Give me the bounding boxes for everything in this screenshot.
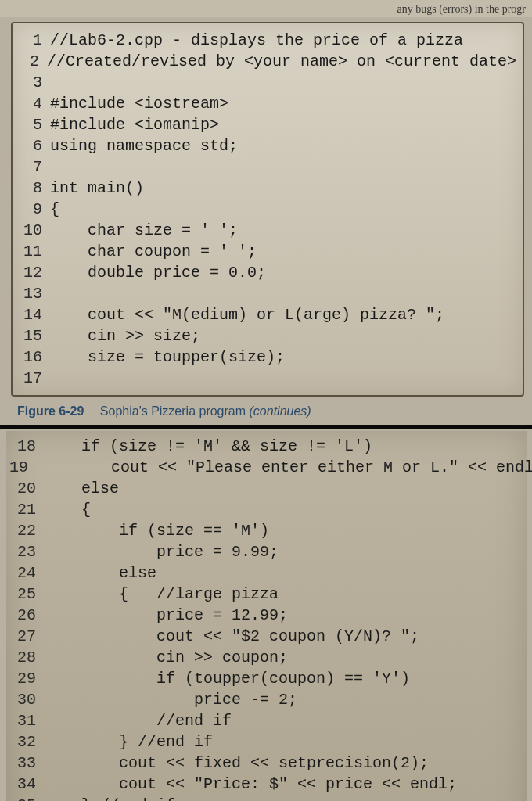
code-text: if (toupper(coupon) == 'Y') [44,668,410,689]
line-number: 15 [16,325,42,347]
line-number: 23 [9,541,36,562]
code-line: 28 cin >> coupon; [9,647,524,668]
line-number: 35 [9,795,36,801]
line-number: 33 [9,753,36,774]
code-line: 10 char size = ' '; [16,220,516,241]
code-line: 26 price = 12.99; [9,605,524,626]
code-text: char size = ' '; [50,220,238,241]
code-line: 3 [16,72,516,93]
line-number: 19 [9,457,28,478]
code-line: 27 cout << "$2 coupon (Y/N)? "; [9,626,524,647]
figure-title: Sophia's Pizzeria program [100,404,250,418]
line-number: 1 [16,30,42,51]
line-number: 18 [9,436,36,457]
code-text: cout << fixed << setprecision(2); [44,753,429,774]
code-line: 13 [16,283,516,304]
line-number: 10 [16,220,42,241]
line-number: 12 [16,262,42,283]
code-text: } //end if [44,795,175,801]
code-text: cin >> coupon; [44,647,288,668]
line-number: 28 [9,647,36,668]
code-line: 21 { [9,499,524,520]
code-line: 14 cout << "M(edium) or L(arge) pizza? "… [16,304,516,325]
code-line: 19 cout << "Please enter either M or L."… [9,457,524,478]
figure-continues: (continues) [250,404,311,418]
code-line: 25 { //large pizza [9,584,524,605]
code-line: 7 [16,156,516,178]
code-text: //Created/revised by <your name> on <cur… [47,51,516,72]
code-line: 29 if (toupper(coupon) == 'Y') [9,668,524,689]
code-line: 34 cout << "Price: $" << price << endl; [9,774,524,795]
code-line: 33 cout << fixed << setprecision(2); [9,753,524,774]
line-number: 34 [9,774,36,795]
code-line: 20 else [9,478,524,499]
code-text: //end if [44,710,232,731]
code-text: { [50,199,59,220]
code-text: cout << "Price: $" << price << endl; [44,774,457,795]
code-text: if (size != 'M' && size != 'L') [44,436,372,457]
line-number: 32 [9,731,36,753]
line-number: 29 [9,668,36,689]
code-line: 23 price = 9.99; [9,541,524,562]
code-text: cin >> size; [50,325,200,347]
line-number: 22 [9,520,36,541]
code-line: 4#include <iostream> [16,93,516,114]
code-text: using namespace std; [50,135,238,156]
code-text: { [44,499,91,520]
code-block-1: 1//Lab6-2.cpp - displays the price of a … [11,22,524,397]
line-number: 26 [9,605,36,626]
line-number: 21 [9,499,36,520]
code-line: 6using namespace std; [16,135,516,156]
code-text: int main() [50,178,144,199]
code-text: else [44,478,119,499]
line-number: 11 [16,241,42,262]
code-line: 1//Lab6-2.cpp - displays the price of a … [16,30,516,51]
code-line: 22 if (size == 'M') [9,520,524,541]
code-line: 12 double price = 0.0; [16,262,516,283]
code-line: 8int main() [16,178,516,199]
line-number: 2 [16,51,39,72]
code-text: double price = 0.0; [50,262,266,283]
code-text: size = toupper(size); [50,347,285,368]
code-text: } //end if [44,731,213,753]
code-line: 24 else [9,562,524,584]
line-number: 9 [16,199,42,220]
code-line: 9{ [16,199,516,220]
code-text: else [44,562,156,584]
code-line: 16 size = toupper(size); [16,347,516,368]
line-number: 4 [16,93,42,114]
code-line: 35 } //end if [9,795,524,801]
code-text: cout << "M(edium) or L(arge) pizza? "; [50,304,444,325]
code-text: if (size == 'M') [44,520,269,541]
code-text: #include <iostream> [50,93,228,114]
line-number: 14 [16,304,42,325]
code-line: 5#include <iomanip> [16,114,516,135]
line-number: 24 [9,562,36,584]
line-number: 6 [16,135,42,156]
code-text: { //large pizza [44,584,279,605]
figure-number: Figure 6-29 [17,404,84,418]
code-line: 17 [16,368,516,389]
code-text: price = 9.99; [44,541,279,562]
figure-caption: Figure 6-29 Sophia's Pizzeria program (c… [17,404,532,418]
line-number: 27 [9,626,36,647]
code-text: //Lab6-2.cpp - displays the price of a p… [50,30,463,51]
line-number: 30 [9,689,36,710]
code-line: 31 //end if [9,710,524,731]
code-text: cout << "Please enter either M or L." <<… [36,457,532,478]
line-number: 3 [16,72,42,93]
code-text: char coupon = ' '; [50,241,257,262]
line-number: 20 [9,478,36,499]
code-text: #include <iomanip> [50,114,219,135]
code-text: cout << "$2 coupon (Y/N)? "; [44,626,419,647]
code-line: 11 char coupon = ' '; [16,241,516,262]
code-line: 18 if (size != 'M' && size != 'L') [9,436,524,457]
page-divider [0,425,532,429]
line-number: 16 [16,347,42,368]
code-line: 15 cin >> size; [16,325,516,347]
line-number: 17 [16,368,42,389]
line-number: 8 [16,178,42,199]
code-text: price -= 2; [44,689,297,710]
code-line: 30 price -= 2; [9,689,524,710]
page-header-text: any bugs (errors) in the progr [0,0,532,17]
